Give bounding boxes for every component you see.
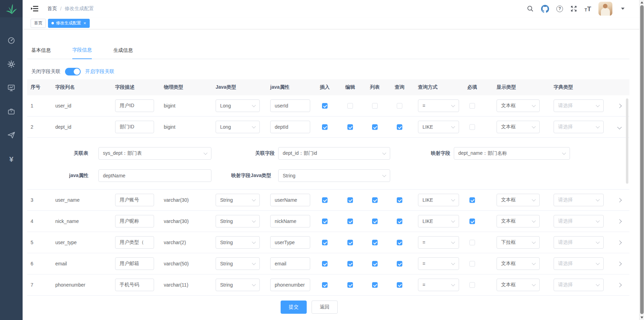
java-type-select[interactable]: String bbox=[216, 194, 260, 206]
breadcrumb-home[interactable]: 首页 bbox=[47, 6, 57, 12]
description-input[interactable] bbox=[115, 99, 154, 112]
display-type-select[interactable]: 文本框 bbox=[497, 99, 540, 112]
java-attr-input[interactable] bbox=[98, 169, 211, 182]
query-checkbox[interactable] bbox=[397, 125, 402, 130]
required-checkbox[interactable] bbox=[469, 282, 475, 288]
insert-checkbox[interactable] bbox=[322, 198, 328, 203]
scroll-up-icon[interactable] bbox=[641, 1, 643, 3]
query-type-select[interactable]: = bbox=[418, 236, 459, 249]
search-icon[interactable] bbox=[527, 5, 534, 12]
caret-down-icon[interactable] bbox=[621, 8, 625, 10]
insert-checkbox[interactable] bbox=[322, 282, 328, 288]
required-checkbox[interactable] bbox=[469, 198, 475, 203]
tab-generate-info[interactable]: 生成信息 bbox=[113, 47, 133, 59]
display-type-select[interactable]: 文本框 bbox=[497, 215, 540, 227]
java-field-input[interactable] bbox=[270, 236, 310, 249]
edit-checkbox[interactable] bbox=[347, 282, 353, 288]
query-type-select[interactable]: LIKE bbox=[418, 215, 459, 227]
fullscreen-icon[interactable] bbox=[570, 5, 577, 12]
list-checkbox[interactable] bbox=[372, 103, 378, 109]
open-relation-link[interactable]: 开启字段关联 bbox=[85, 69, 114, 75]
relation-field-select[interactable]: dept_id：部门id bbox=[278, 147, 390, 160]
dict-type-select[interactable]: 请选择 bbox=[554, 121, 604, 133]
query-checkbox[interactable] bbox=[397, 282, 402, 288]
description-input[interactable] bbox=[115, 121, 154, 133]
required-checkbox[interactable] bbox=[469, 240, 475, 246]
list-checkbox[interactable] bbox=[372, 125, 378, 130]
expand-row-button[interactable] bbox=[612, 124, 626, 130]
java-field-input[interactable] bbox=[270, 121, 310, 133]
display-type-select[interactable]: 文本框 bbox=[497, 279, 540, 291]
app-logo[interactable] bbox=[0, 0, 23, 17]
java-type-select[interactable]: String bbox=[216, 215, 260, 227]
description-input[interactable] bbox=[115, 236, 154, 249]
required-checkbox[interactable] bbox=[469, 125, 475, 130]
query-checkbox[interactable] bbox=[397, 198, 402, 203]
expand-row-button[interactable] bbox=[612, 261, 626, 266]
collapse-sidebar-icon[interactable] bbox=[31, 5, 39, 13]
java-field-input[interactable] bbox=[270, 215, 310, 227]
list-checkbox[interactable] bbox=[372, 261, 378, 267]
scroll-down-icon[interactable] bbox=[641, 317, 643, 319]
java-type-select[interactable]: String bbox=[216, 257, 260, 270]
edit-checkbox[interactable] bbox=[347, 198, 353, 203]
mapping-java-type-select[interactable]: String bbox=[278, 169, 390, 182]
tag-home[interactable]: 首页 bbox=[31, 19, 46, 28]
list-checkbox[interactable] bbox=[372, 282, 378, 288]
sidebar-item-monitor[interactable] bbox=[0, 77, 23, 100]
relation-toggle[interactable] bbox=[65, 68, 81, 75]
query-type-select[interactable]: = bbox=[418, 279, 459, 291]
description-input[interactable] bbox=[115, 279, 154, 291]
dict-type-select[interactable]: 请选择 bbox=[554, 215, 604, 227]
insert-checkbox[interactable] bbox=[322, 125, 328, 130]
expand-row-button[interactable] bbox=[612, 240, 626, 245]
close-icon[interactable]: × bbox=[83, 21, 86, 25]
insert-checkbox[interactable] bbox=[322, 240, 328, 246]
query-type-select[interactable]: LIKE bbox=[418, 121, 459, 133]
page-scrollbar[interactable] bbox=[639, 0, 644, 320]
tag-active-page[interactable]: 修改生成配置 × bbox=[48, 19, 90, 28]
expand-row-button[interactable] bbox=[612, 103, 626, 109]
query-checkbox[interactable] bbox=[397, 219, 402, 224]
required-checkbox[interactable] bbox=[469, 219, 475, 224]
dict-type-select[interactable]: 请选择 bbox=[554, 236, 604, 249]
edit-checkbox[interactable] bbox=[347, 261, 353, 267]
table-scrollbar-thumb[interactable] bbox=[626, 98, 628, 184]
display-type-select[interactable]: 文本框 bbox=[497, 194, 540, 206]
java-type-select[interactable]: Long bbox=[216, 121, 260, 133]
sidebar-item-send[interactable] bbox=[0, 124, 23, 147]
edit-checkbox[interactable] bbox=[347, 219, 353, 224]
dict-type-select[interactable]: 请选择 bbox=[554, 257, 604, 270]
java-field-input[interactable] bbox=[270, 279, 310, 291]
relation-table-select[interactable]: sys_dept：部门表 bbox=[98, 147, 211, 160]
query-checkbox[interactable] bbox=[397, 261, 402, 267]
description-input[interactable] bbox=[115, 257, 154, 270]
expand-row-button[interactable] bbox=[612, 282, 626, 288]
list-checkbox[interactable] bbox=[372, 240, 378, 246]
help-icon[interactable]: ? bbox=[556, 6, 563, 12]
java-type-select[interactable]: Long bbox=[216, 99, 260, 112]
java-type-select[interactable]: String bbox=[216, 279, 260, 291]
edit-checkbox[interactable] bbox=[347, 103, 353, 109]
github-icon[interactable] bbox=[541, 5, 549, 13]
list-checkbox[interactable] bbox=[372, 198, 378, 203]
java-field-input[interactable] bbox=[270, 194, 310, 206]
query-type-select[interactable]: = bbox=[418, 257, 459, 270]
avatar[interactable] bbox=[598, 2, 612, 16]
dict-type-select[interactable]: 请选择 bbox=[554, 279, 604, 291]
java-field-input[interactable] bbox=[270, 99, 310, 112]
query-type-select[interactable]: = bbox=[418, 99, 459, 112]
mapping-field-select[interactable]: dept_name：部门名称 bbox=[454, 147, 570, 160]
required-checkbox[interactable] bbox=[469, 103, 475, 109]
insert-checkbox[interactable] bbox=[322, 219, 328, 224]
submit-button[interactable]: 提交 bbox=[281, 301, 307, 314]
back-button[interactable]: 返回 bbox=[312, 301, 338, 314]
expand-row-button[interactable] bbox=[612, 197, 626, 203]
list-checkbox[interactable] bbox=[372, 219, 378, 224]
sidebar-item-settings[interactable] bbox=[0, 53, 23, 77]
dict-type-select[interactable]: 请选择 bbox=[554, 194, 604, 206]
description-input[interactable] bbox=[115, 215, 154, 227]
java-field-input[interactable] bbox=[270, 257, 310, 270]
edit-checkbox[interactable] bbox=[347, 125, 353, 130]
edit-checkbox[interactable] bbox=[347, 240, 353, 246]
